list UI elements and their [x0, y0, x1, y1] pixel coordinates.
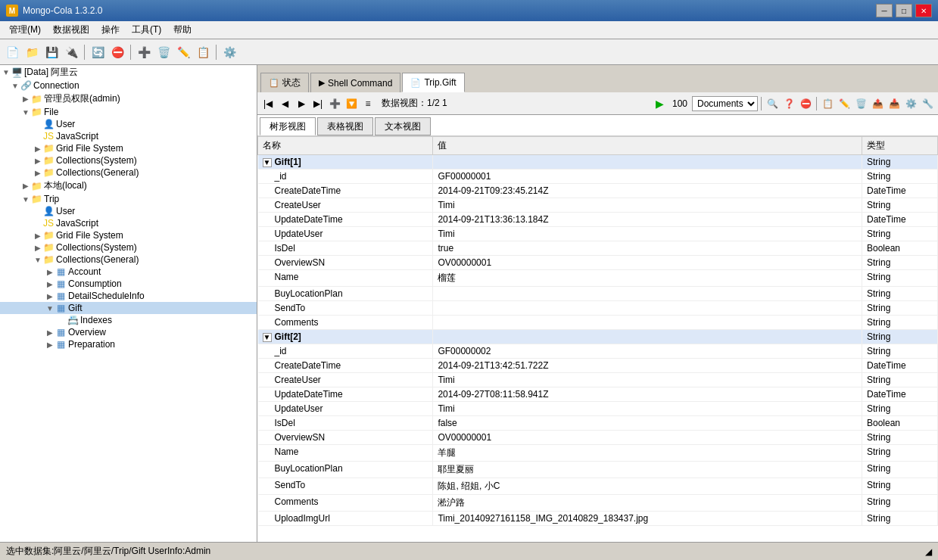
- table-row[interactable]: Name羊腿String: [258, 445, 938, 462]
- menu-dataview[interactable]: 数据视图: [47, 22, 95, 39]
- tab-shell[interactable]: ▶ Shell Command: [310, 73, 400, 92]
- table-row[interactable]: OverviewSNOV00000001String: [258, 256, 938, 270]
- tree-file-sys[interactable]: ▶ 📁 Collections(System): [0, 154, 257, 166]
- table-row[interactable]: Comments淞沪路String: [258, 495, 938, 512]
- view-tab-table[interactable]: 表格视图: [317, 117, 373, 135]
- tree-toggle-connection[interactable]: ▼: [11, 82, 20, 90]
- view-tab-text[interactable]: 文本视图: [375, 117, 431, 135]
- tree-toggle-preparation[interactable]: ▶: [45, 341, 55, 349]
- tb2-export[interactable]: 📤: [870, 96, 885, 111]
- tb-add[interactable]: ➕: [135, 43, 153, 61]
- tb2-import[interactable]: 📥: [887, 96, 902, 111]
- tb-new[interactable]: 📄: [3, 43, 21, 61]
- view-tab-tree[interactable]: 树形视图: [260, 117, 316, 135]
- tree-overview[interactable]: ▶ ▦ Overview: [0, 326, 257, 338]
- tree-account[interactable]: ▶ ▦ Account: [0, 266, 257, 278]
- tree-trip-js[interactable]: ▶ JS JavaScript: [0, 217, 257, 229]
- tree-file[interactable]: ▼ 📁 File: [0, 106, 257, 118]
- tree-preparation[interactable]: ▶ ▦ Preparation: [0, 338, 257, 350]
- table-row[interactable]: CreateUserTimiString: [258, 198, 938, 213]
- expand-button[interactable]: ▼: [263, 333, 272, 342]
- nav-prev[interactable]: ◀: [277, 96, 292, 111]
- table-row[interactable]: BuyLocationPlan耶里夏丽String: [258, 462, 938, 478]
- maximize-button[interactable]: □: [896, 4, 912, 17]
- tb2-stop[interactable]: ⛔: [798, 96, 813, 111]
- tb2-refresh[interactable]: 🔍: [765, 96, 780, 111]
- nav-sort[interactable]: ≡: [360, 96, 376, 111]
- tb-delete[interactable]: 🗑️: [154, 43, 173, 61]
- tree-toggle-file-sys[interactable]: ▶: [33, 157, 42, 165]
- table-row[interactable]: BuyLocationPlanString: [258, 287, 938, 301]
- table-row[interactable]: CreateDateTime2014-09-21T13:42:51.722ZDa…: [258, 359, 938, 373]
- tab-trip-gift[interactable]: 📄 Trip.Gift: [402, 73, 464, 92]
- table-row[interactable]: UpdateDateTime2014-09-27T08:11:58.941ZDa…: [258, 387, 938, 402]
- tab-status[interactable]: 📋 状态: [260, 73, 309, 92]
- tree-toggle-trip-gfs[interactable]: ▶: [33, 232, 42, 240]
- menu-manage[interactable]: 管理(M): [3, 22, 47, 39]
- table-row[interactable]: CreateDateTime2014-09-21T09:23:45.214ZDa…: [258, 184, 938, 198]
- tree-toggle-detail[interactable]: ▶: [45, 292, 55, 300]
- tree-toggle-file[interactable]: ▼: [21, 108, 30, 117]
- tree-toggle-gift[interactable]: ▼: [45, 304, 55, 313]
- table-row[interactable]: OverviewSNOV00000001String: [258, 431, 938, 445]
- table-row[interactable]: ▼Gift[1]String: [258, 155, 938, 170]
- table-row[interactable]: IsDelfalseBoolean: [258, 416, 938, 431]
- tree-detail[interactable]: ▶ ▦ DetailScheduleInfo: [0, 290, 257, 302]
- tree-root[interactable]: ▼ 🖥️ [Data] 阿里云: [0, 65, 257, 79]
- table-row[interactable]: CreateUserTimiString: [258, 373, 938, 387]
- nav-next[interactable]: ▶: [294, 96, 309, 111]
- play-button[interactable]: ▶: [653, 96, 668, 111]
- tree-toggle-local[interactable]: ▶: [21, 182, 30, 190]
- menu-tools[interactable]: 工具(T): [126, 22, 167, 39]
- table-row[interactable]: IsDeltrueBoolean: [258, 241, 938, 256]
- tb-copy[interactable]: 📋: [194, 43, 212, 61]
- menu-ops[interactable]: 操作: [95, 22, 126, 39]
- table-row[interactable]: _idGF00000001String: [258, 170, 938, 184]
- tree-toggle-root[interactable]: ▼: [2, 68, 11, 76]
- table-row[interactable]: CommentsString: [258, 316, 938, 330]
- tree-trip-user[interactable]: ▶ 👤 User: [0, 205, 257, 217]
- left-panel[interactable]: ▼ 🖥️ [Data] 阿里云 ▼ 🔗 Connection ▶ 📁 管理员权限…: [0, 65, 257, 542]
- tb2-edit2[interactable]: ✏️: [837, 96, 852, 111]
- tree-file-js[interactable]: ▶ JS JavaScript: [0, 130, 257, 142]
- table-row[interactable]: UploadImgUrlTimi_20140927161158_IMG_2014…: [258, 512, 938, 526]
- tree-toggle-trip-gen[interactable]: ▼: [33, 256, 42, 264]
- table-row[interactable]: SendTo陈姐, 绍姐, 小CString: [258, 478, 938, 495]
- expand-button[interactable]: ▼: [263, 158, 272, 167]
- minimize-button[interactable]: ─: [876, 4, 893, 17]
- tree-local[interactable]: ▶ 📁 本地(local): [0, 179, 257, 193]
- tree-file-user[interactable]: ▶ 👤 User: [0, 118, 257, 130]
- nav-last[interactable]: ▶|: [310, 96, 326, 111]
- tree-toggle-overview[interactable]: ▶: [45, 328, 55, 337]
- data-area[interactable]: 名称 值 类型 ▼Gift[1]String_idGF00000001Strin…: [257, 136, 938, 542]
- tree-toggle-trip[interactable]: ▼: [21, 195, 30, 204]
- table-row[interactable]: _idGF00000002String: [258, 344, 938, 359]
- table-row[interactable]: UpdateUserTimiString: [258, 227, 938, 241]
- tb-settings[interactable]: ⚙️: [220, 43, 238, 61]
- tree-trip-gfs[interactable]: ▶ 📁 Grid File System: [0, 229, 257, 241]
- table-row[interactable]: SendToString: [258, 301, 938, 316]
- tree-file-gen[interactable]: ▶ 📁 Collections(General): [0, 166, 257, 179]
- nav-first[interactable]: |◀: [260, 96, 276, 111]
- tree-connection[interactable]: ▼ 🔗 Connection: [0, 79, 257, 92]
- tb2-del[interactable]: 🗑️: [853, 96, 868, 111]
- tree-admin[interactable]: ▶ 📁 管理员权限(admin): [0, 92, 257, 106]
- tree-trip-gen[interactable]: ▼ 📁 Collections(General): [0, 254, 257, 266]
- table-row[interactable]: ▼Gift[2]String: [258, 330, 938, 344]
- tb-edit[interactable]: ✏️: [174, 43, 192, 61]
- tree-toggle-account[interactable]: ▶: [45, 268, 55, 276]
- tree-toggle-trip-sys[interactable]: ▶: [33, 244, 42, 252]
- tb-open[interactable]: 📁: [23, 43, 41, 61]
- tb2-more[interactable]: 🔧: [920, 96, 935, 111]
- tree-toggle-admin[interactable]: ▶: [21, 95, 30, 103]
- menu-help[interactable]: 帮助: [167, 22, 198, 39]
- nav-filter[interactable]: 🔽: [344, 96, 359, 111]
- close-button[interactable]: ✕: [915, 4, 932, 17]
- tb2-add2[interactable]: 📋: [820, 96, 835, 111]
- nav-add[interactable]: ➕: [327, 96, 342, 111]
- tree-trip[interactable]: ▼ 📁 Trip: [0, 193, 257, 205]
- table-row[interactable]: Name榴莲String: [258, 270, 938, 287]
- tree-toggle-file-gen[interactable]: ▶: [33, 169, 42, 177]
- tree-trip-sys[interactable]: ▶ 📁 Collections(System): [0, 241, 257, 254]
- tb-save[interactable]: 💾: [42, 43, 61, 61]
